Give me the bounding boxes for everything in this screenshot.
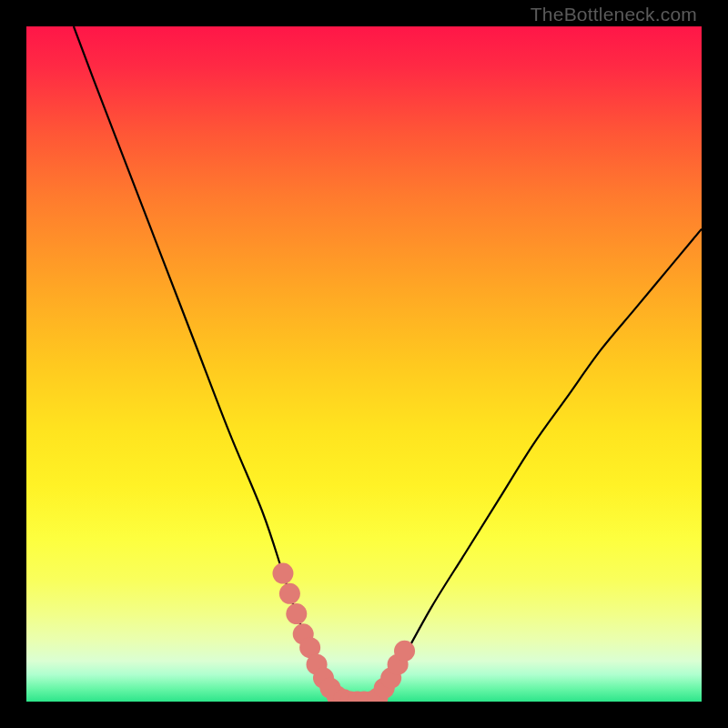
data-marker [286, 603, 307, 624]
watermark-text: TheBottleneck.com [531, 4, 697, 25]
data-marker [279, 583, 300, 604]
outer-frame: TheBottleneck.com [0, 0, 728, 728]
data-marker [272, 563, 293, 584]
plot-area [26, 26, 702, 702]
data-marker [394, 641, 415, 662]
marker-layer [26, 26, 702, 702]
